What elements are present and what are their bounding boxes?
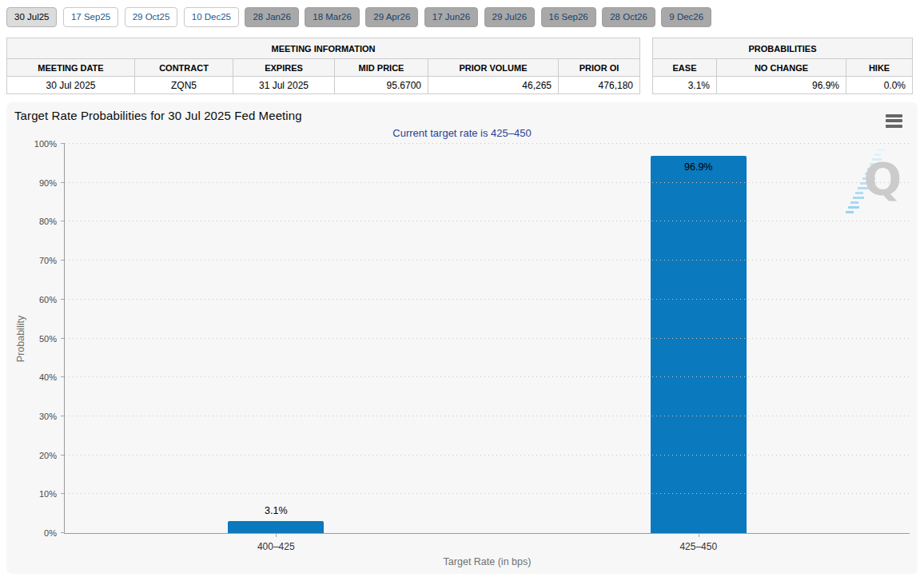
meeting-information-data-row: 30 Jul 2025 ZQN5 31 Jul 2025 95.6700 46,… xyxy=(7,77,640,94)
hike-value: 0.0% xyxy=(846,77,913,94)
contract-value: ZQN5 xyxy=(135,77,233,94)
gridline xyxy=(65,416,910,416)
ease-value: 3.1% xyxy=(653,77,717,94)
menu-bar xyxy=(886,119,902,122)
probabilities-table: PROBABILITIES EASE NO CHANGE HIKE 3.1% 9… xyxy=(652,38,913,94)
chart-title: Target Rate Probabilities for 30 Jul 202… xyxy=(14,109,302,122)
y-tick-label: 60% xyxy=(39,295,57,304)
y-tick-label: 50% xyxy=(39,334,57,344)
col-prior-oi: PRIOR OI xyxy=(559,59,640,77)
no-change-value: 96.9% xyxy=(717,77,846,94)
y-tickmark xyxy=(61,143,65,144)
col-hike: HIKE xyxy=(846,59,913,77)
gridline xyxy=(65,299,910,300)
gridline xyxy=(65,260,910,261)
tab-meeting-date-7[interactable]: 17 Jun26 xyxy=(424,7,478,27)
gridline xyxy=(65,493,910,494)
col-no-change: NO CHANGE xyxy=(717,59,846,77)
gridline xyxy=(65,455,910,456)
y-tickmark xyxy=(61,416,65,416)
tab-meeting-date-9[interactable]: 16 Sep26 xyxy=(541,7,596,27)
y-tickmark xyxy=(61,299,65,300)
hamburger-menu-icon[interactable] xyxy=(883,109,905,132)
x-axis-title: Target Rate (in bps) xyxy=(65,556,910,567)
x-category-label: 425–450 xyxy=(488,541,910,552)
bar: 96.9% xyxy=(651,156,747,533)
tab-meeting-date-6[interactable]: 29 Apr26 xyxy=(365,7,418,27)
meeting-information-table: MEETING INFORMATION MEETING DATE CONTRAC… xyxy=(6,38,640,94)
y-axis-title: Probability xyxy=(15,315,26,361)
tab-meeting-date-11[interactable]: 9 Dec26 xyxy=(661,7,711,27)
y-tick-label: 40% xyxy=(39,372,57,382)
col-prior-volume: PRIOR VOLUME xyxy=(428,59,559,77)
y-tick-label: 30% xyxy=(39,412,57,421)
probabilities-data-row: 3.1% 96.9% 0.0% xyxy=(653,77,913,94)
gridline xyxy=(65,221,910,221)
expires-value: 31 Jul 2025 xyxy=(233,77,335,94)
y-tickmark xyxy=(61,532,65,533)
tab-meeting-date-10[interactable]: 28 Oct26 xyxy=(602,7,655,27)
y-tick-label: 80% xyxy=(39,217,57,226)
probabilities-title: PROBABILITIES xyxy=(653,38,913,59)
plot-area: Probability 3.1% 96.9% 400–425 425–450 T… xyxy=(64,144,910,534)
tab-meeting-date-5[interactable]: 18 Mar26 xyxy=(305,7,360,27)
col-meeting-date: MEETING DATE xyxy=(7,59,135,77)
x-tickmark xyxy=(699,533,699,537)
y-tickmark xyxy=(61,338,65,339)
y-tickmark xyxy=(61,493,65,494)
tab-meeting-date-0[interactable]: 30 Jul25 xyxy=(6,7,57,27)
gridline xyxy=(65,182,910,183)
meeting-date-value: 30 Jul 2025 xyxy=(7,77,135,94)
y-tickmark xyxy=(61,455,65,456)
prior-oi-value: 476,180 xyxy=(559,77,640,94)
tab-meeting-date-4[interactable]: 28 Jan26 xyxy=(245,7,298,27)
x-category-label: 400–425 xyxy=(65,541,488,552)
menu-bar xyxy=(886,125,902,128)
col-contract: CONTRACT xyxy=(135,59,233,77)
chart-subtitle: Current target rate is 425–450 xyxy=(6,127,918,139)
y-tickmark xyxy=(61,376,65,377)
probabilities-header-row: EASE NO CHANGE HIKE xyxy=(653,59,913,77)
category-column-1: 96.9% xyxy=(488,144,910,533)
mid-price-value: 95.6700 xyxy=(335,77,428,94)
bar: 3.1% xyxy=(228,521,324,533)
meeting-information-title: MEETING INFORMATION xyxy=(7,38,640,59)
y-tick-label: 0% xyxy=(44,528,57,538)
col-mid-price: MID PRICE xyxy=(335,59,428,77)
y-tick-label: 90% xyxy=(39,178,57,188)
prior-volume-value: 46,265 xyxy=(428,77,559,94)
bar-value-label: 3.1% xyxy=(265,505,288,516)
meeting-date-tabbar: 30 Jul25 17 Sep25 29 Oct25 10 Dec25 28 J… xyxy=(0,0,924,27)
y-tick-label: 10% xyxy=(39,489,57,499)
gridline xyxy=(65,143,910,144)
y-tickmark xyxy=(61,221,65,221)
y-tick-label: 70% xyxy=(39,256,57,265)
tab-meeting-date-2[interactable]: 29 Oct25 xyxy=(125,7,178,27)
y-tickmark xyxy=(61,182,65,183)
col-ease: EASE xyxy=(653,59,717,77)
info-tables-row: MEETING INFORMATION MEETING DATE CONTRAC… xyxy=(6,38,918,94)
tab-meeting-date-1[interactable]: 17 Sep25 xyxy=(63,7,118,27)
gridline xyxy=(65,376,910,377)
target-rate-chart-panel: Target Rate Probabilities for 30 Jul 202… xyxy=(6,102,918,574)
y-tick-label: 100% xyxy=(34,139,57,149)
gridline xyxy=(65,338,910,339)
menu-bar xyxy=(886,114,902,117)
y-tick-label: 20% xyxy=(39,451,57,460)
bar-value-label: 96.9% xyxy=(684,161,712,173)
x-tickmark xyxy=(276,533,277,537)
category-column-0: 3.1% xyxy=(65,144,488,533)
meeting-information-header-row: MEETING DATE CONTRACT EXPIRES MID PRICE … xyxy=(7,59,640,77)
y-tickmark xyxy=(61,260,65,261)
tab-meeting-date-3[interactable]: 10 Dec25 xyxy=(184,7,239,27)
col-expires: EXPIRES xyxy=(233,59,335,77)
tab-meeting-date-8[interactable]: 29 Jul26 xyxy=(484,7,535,27)
